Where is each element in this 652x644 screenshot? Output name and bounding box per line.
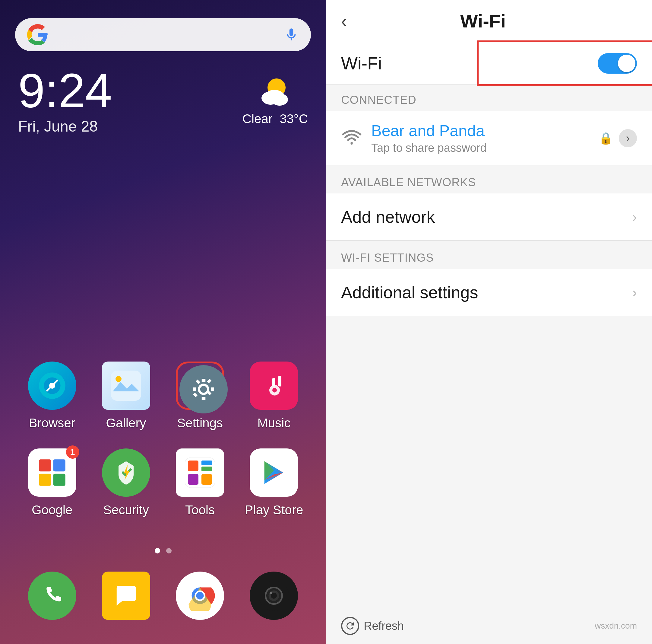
svg-point-8: [115, 376, 121, 382]
dock: [15, 572, 311, 626]
wifi-header: ‹ Wi-Fi: [326, 0, 652, 42]
network-chevron-button[interactable]: ›: [619, 129, 637, 147]
svg-rect-22: [188, 461, 198, 471]
weather-icon: [257, 72, 293, 109]
app-music[interactable]: Music: [244, 362, 304, 430]
wifi-settings-panel: ‹ Wi-Fi Wi-Fi CONNECTED Bear and Panda T…: [326, 0, 652, 644]
refresh-icon[interactable]: [341, 617, 359, 635]
additional-settings-label: Additional settings: [341, 282, 632, 302]
connected-network-item[interactable]: Bear and Panda Tap to share password 🔒 ›: [326, 111, 652, 165]
svg-rect-23: [201, 461, 212, 465]
svg-point-3: [264, 90, 285, 104]
weather-text: Clear 33°C: [242, 112, 308, 126]
refresh-label: Refresh: [364, 620, 404, 633]
network-sub: Tap to share password: [371, 141, 599, 155]
svg-rect-17: [53, 459, 65, 471]
network-name: Bear and Panda: [371, 122, 599, 140]
dock-phone[interactable]: [22, 572, 82, 626]
wifi-settings-section-header: WI-FI SETTINGS: [326, 240, 652, 269]
app-settings[interactable]: Settings: [170, 362, 230, 430]
svg-rect-14: [272, 378, 275, 387]
svg-point-6: [49, 383, 55, 389]
weather-section: Clear 33°C: [242, 72, 308, 126]
additional-settings-chevron: ›: [632, 284, 637, 301]
home-screen: 9:24 Fri, June 28 Clear 33°C: [0, 0, 326, 644]
svg-point-12: [272, 388, 277, 393]
wifi-page-title: Wi-Fi: [359, 10, 607, 32]
svg-point-38: [270, 592, 273, 594]
dock-chrome[interactable]: [170, 572, 230, 626]
add-network-item[interactable]: Add network ›: [326, 194, 652, 240]
svg-rect-16: [39, 459, 51, 471]
music-label: Music: [257, 416, 291, 430]
page-indicators: [155, 548, 171, 553]
search-bar[interactable]: [15, 18, 311, 51]
playstore-label: Play Store: [245, 503, 303, 517]
connected-header: CONNECTED: [326, 84, 652, 111]
app-row-2: 1 Google Secu: [15, 448, 311, 517]
gallery-label: Gallery: [106, 416, 146, 430]
time-section: 9:24 Fri, June 28: [18, 67, 112, 135]
app-grid: Browser Gallery: [15, 362, 311, 535]
network-actions: 🔒 ›: [599, 129, 637, 147]
microphone-icon[interactable]: [284, 24, 299, 45]
clock: 9:24: [18, 67, 112, 115]
svg-rect-26: [201, 474, 212, 485]
refresh-section: Refresh wsxdn.com: [326, 608, 652, 644]
settings-label: Settings: [177, 416, 223, 430]
lock-icon: 🔒: [599, 132, 613, 145]
app-gallery[interactable]: Gallery: [96, 362, 156, 430]
google-label: Google: [32, 503, 72, 517]
wifi-signal-icon: [341, 129, 362, 148]
app-playstore[interactable]: Play Store: [244, 448, 304, 517]
app-security[interactable]: Security: [96, 448, 156, 517]
wifi-toggle-row: Wi-Fi: [326, 42, 652, 84]
google-logo: [27, 24, 48, 45]
app-row-1: Browser Gallery: [15, 362, 311, 430]
svg-rect-18: [39, 474, 51, 486]
security-label: Security: [103, 503, 149, 517]
wifi-toggle[interactable]: [598, 53, 637, 74]
back-button[interactable]: ‹: [341, 10, 347, 31]
svg-rect-24: [201, 467, 212, 471]
date: Fri, June 28: [18, 118, 112, 135]
svg-rect-13: [278, 376, 281, 387]
network-info: Bear and Panda Tap to share password: [371, 122, 599, 155]
app-google[interactable]: 1 Google: [22, 448, 82, 517]
toggle-knob: [618, 55, 635, 72]
available-networks-header: AVAILABLE NETWORKS: [326, 165, 652, 194]
dock-camera[interactable]: [244, 572, 304, 626]
tools-label: Tools: [185, 503, 215, 517]
wifi-toggle-label: Wi-Fi: [341, 53, 598, 73]
svg-rect-7: [111, 370, 141, 401]
dock-messages[interactable]: [96, 572, 156, 626]
svg-rect-19: [53, 474, 65, 486]
notification-badge: 1: [66, 445, 79, 459]
browser-label: Browser: [29, 416, 75, 430]
add-network-chevron: ›: [632, 208, 637, 225]
page-dot-1: [155, 548, 160, 553]
watermark: wsxdn.com: [595, 621, 637, 631]
svg-point-33: [196, 592, 204, 600]
additional-settings-item[interactable]: Additional settings ›: [326, 269, 652, 316]
add-network-label: Add network: [341, 207, 632, 227]
svg-rect-25: [188, 474, 198, 485]
page-dot-2: [166, 548, 171, 553]
app-tools[interactable]: Tools: [170, 448, 230, 517]
app-browser[interactable]: Browser: [22, 362, 82, 430]
